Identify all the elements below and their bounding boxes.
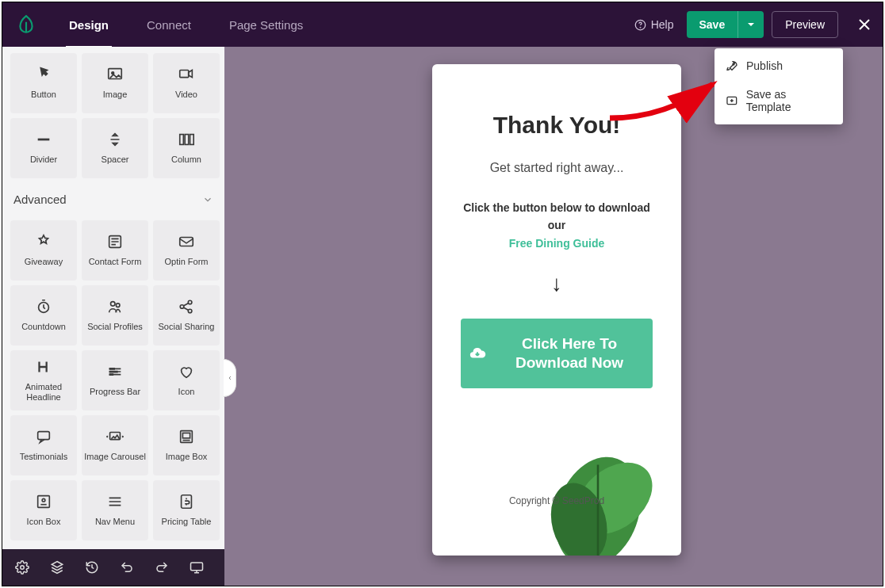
save-button-group: Save — [687, 11, 764, 38]
svg-rect-7 — [190, 135, 194, 145]
svg-rect-5 — [180, 135, 184, 145]
block-label: Social Sharing — [159, 322, 215, 332]
block-label: Image Carousel — [84, 452, 146, 462]
app-logo — [2, 14, 50, 35]
tab-page-settings[interactable]: Page Settings — [210, 2, 322, 47]
history-icon[interactable] — [85, 560, 99, 575]
block-column[interactable]: Column — [153, 118, 220, 178]
block-pricing-table[interactable]: Pricing Table — [153, 480, 220, 540]
save-dropdown-menu: Publish Save as Template — [715, 48, 843, 124]
advanced-section-toggle[interactable]: Advanced — [2, 185, 224, 214]
page-subtitle[interactable]: Get started right away... — [453, 161, 661, 175]
block-label: Giveaway — [25, 257, 63, 267]
video-icon — [178, 66, 195, 83]
svg-point-21 — [42, 499, 45, 502]
block-label: Pricing Table — [162, 517, 212, 527]
block-image-box[interactable]: Image Box — [153, 415, 220, 475]
nav-menu-icon — [106, 493, 124, 510]
block-image[interactable]: Image — [82, 53, 148, 113]
publish-menu-item[interactable]: Publish — [715, 52, 843, 80]
layers-icon[interactable] — [50, 560, 64, 575]
instruction-link: Free Dining Guide — [509, 237, 605, 250]
pricing-table-icon — [178, 493, 195, 510]
countdown-icon — [35, 298, 52, 315]
block-label: Testimonials — [20, 452, 68, 462]
settings-icon[interactable] — [15, 560, 29, 575]
block-progress-bar[interactable]: Progress Bar — [82, 350, 148, 410]
optin-form-icon — [178, 233, 195, 250]
desktop-view-icon[interactable] — [190, 560, 204, 575]
svg-rect-24 — [191, 563, 203, 571]
block-label: Image Box — [166, 452, 208, 462]
block-video[interactable]: Video — [153, 53, 220, 113]
svg-point-11 — [111, 302, 116, 307]
page-preview-canvas[interactable]: Thank You! Get started right away... Cli… — [432, 64, 681, 556]
close-button[interactable] — [846, 18, 883, 31]
block-label: Progress Bar — [90, 387, 140, 397]
top-bar: Design Connect Page Settings Help Save P… — [2, 2, 883, 47]
image-icon — [106, 66, 124, 83]
block-icon[interactable]: Icon — [153, 350, 220, 410]
tab-connect[interactable]: Connect — [128, 2, 210, 47]
block-optin-form[interactable]: Optin Form — [153, 220, 220, 281]
block-label: Icon Box — [27, 517, 61, 527]
help-link[interactable]: Help — [622, 18, 687, 31]
animated-headline-icon — [35, 358, 52, 376]
block-icon-box[interactable]: Icon Box — [10, 480, 77, 540]
save-dropdown-toggle[interactable] — [738, 11, 764, 38]
icon-box-icon — [35, 493, 52, 510]
block-giveaway[interactable]: Giveaway — [10, 220, 77, 281]
button-icon — [35, 66, 52, 83]
block-button[interactable]: Button — [10, 53, 77, 113]
advanced-section-label: Advanced — [13, 193, 67, 206]
block-divider[interactable]: Divider — [10, 118, 77, 178]
image-box-icon — [178, 428, 195, 445]
svg-rect-16 — [38, 432, 50, 440]
save-button[interactable]: Save — [687, 11, 738, 38]
block-image-carousel[interactable]: Image Carousel — [82, 415, 148, 475]
block-testimonials[interactable]: Testimonials — [10, 415, 77, 475]
svg-point-23 — [21, 566, 25, 570]
copyright-text[interactable]: Copyright © SeedProd — [432, 495, 681, 506]
preview-button[interactable]: Preview — [772, 11, 838, 38]
block-label: Optin Form — [164, 257, 208, 267]
block-countdown[interactable]: Countdown — [10, 285, 77, 346]
tab-design[interactable]: Design — [50, 2, 128, 47]
chevron-left-icon — [227, 373, 233, 383]
download-cta-button[interactable]: Click Here To Download Now — [461, 319, 653, 388]
giveaway-icon — [35, 233, 52, 250]
sidebar-bottom-toolbar — [2, 549, 224, 586]
svg-point-12 — [116, 304, 120, 307]
help-label: Help — [651, 18, 674, 31]
block-contact-form[interactable]: Contact Form — [82, 220, 148, 281]
block-social-sharing[interactable]: Social Sharing — [153, 285, 220, 346]
svg-rect-4 — [180, 71, 189, 78]
save-template-label: Save as Template — [746, 88, 832, 113]
block-label: Social Profiles — [87, 322, 143, 332]
block-spacer[interactable]: Spacer — [82, 118, 148, 178]
save-as-template-menu-item[interactable]: Save as Template — [715, 80, 843, 121]
arrow-down-icon[interactable]: ↓ — [453, 271, 661, 296]
undo-icon[interactable] — [120, 560, 134, 575]
sidebar-collapse-handle[interactable] — [224, 359, 236, 397]
block-animated-headline[interactable]: AnimatedHeadline — [10, 350, 77, 410]
page-title[interactable]: Thank You! — [453, 112, 661, 139]
publish-label: Publish — [746, 59, 783, 72]
block-label: Nav Menu — [95, 517, 135, 527]
svg-rect-9 — [180, 238, 193, 246]
testimonials-icon — [35, 428, 52, 445]
block-label: Spacer — [102, 155, 129, 165]
page-instruction[interactable]: Click the button below to download our F… — [453, 199, 661, 252]
redo-icon[interactable] — [155, 560, 169, 575]
spacer-icon — [106, 131, 124, 148]
social-profiles-icon — [106, 298, 124, 315]
block-label: Image — [103, 90, 128, 100]
rocket-icon — [726, 59, 738, 72]
editor-body: ButtonImageVideoDividerSpacerColumn Adva… — [2, 47, 883, 586]
contact-form-icon — [106, 233, 124, 250]
cta-label: Click Here To Download Now — [494, 334, 645, 372]
block-label: Button — [31, 90, 56, 100]
block-social-profiles[interactable]: Social Profiles — [82, 285, 148, 346]
block-nav-menu[interactable]: Nav Menu — [82, 480, 148, 540]
main-tabs: Design Connect Page Settings — [50, 2, 322, 47]
